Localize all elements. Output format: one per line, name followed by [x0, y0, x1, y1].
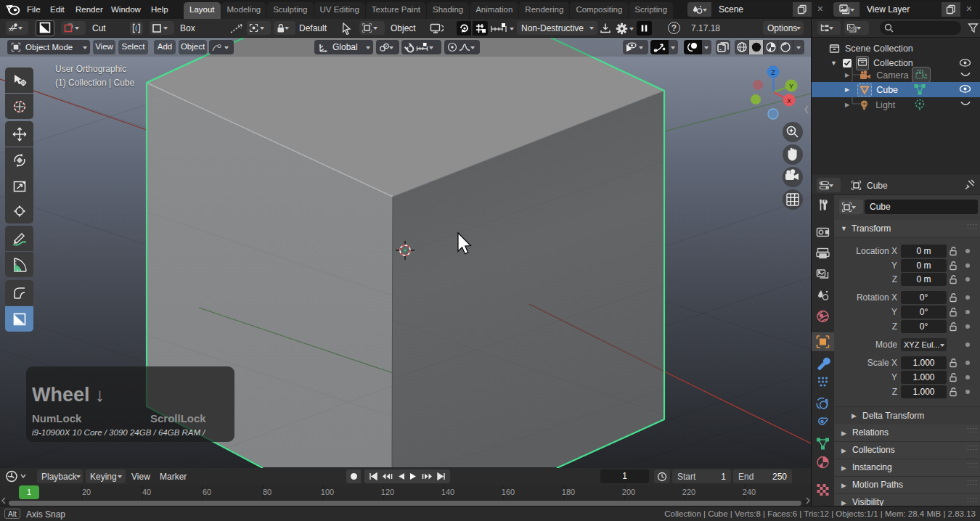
svg-text:Y: Y — [789, 83, 793, 90]
svg-text:60: 60 — [203, 488, 211, 496]
svg-text:140: 140 — [441, 488, 454, 496]
svg-text:240: 240 — [743, 488, 756, 496]
svg-text:Z: Z — [771, 69, 775, 76]
svg-text:180: 180 — [562, 488, 575, 496]
svg-text:40: 40 — [142, 488, 151, 496]
svg-text:80: 80 — [263, 488, 271, 496]
svg-text:220: 220 — [682, 488, 695, 496]
svg-text:160: 160 — [502, 488, 515, 496]
svg-text:20: 20 — [82, 488, 91, 496]
svg-text:X: X — [787, 97, 791, 104]
svg-text:100: 100 — [321, 488, 334, 496]
svg-text:120: 120 — [381, 488, 394, 496]
svg-text:200: 200 — [622, 488, 635, 496]
